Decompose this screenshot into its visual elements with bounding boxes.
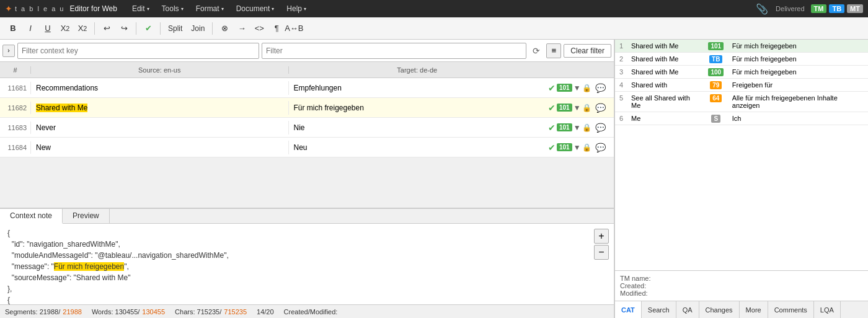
nav-tab-changes[interactable]: Changes (699, 301, 740, 318)
comment-icon[interactable]: 💬 (595, 83, 606, 93)
translation-table: # Source: en-us Target: de-de 11681 Reco… (0, 62, 614, 208)
down-arrow-icon[interactable]: ▼ (574, 104, 581, 112)
pilcrow-button[interactable]: ¶ (268, 20, 285, 37)
segments-status: Segments: 21988/21988 (5, 308, 82, 316)
tm-row-source: Shared with Me (627, 40, 704, 53)
nav-tab-lqa[interactable]: LQA (814, 301, 841, 318)
comment-icon[interactable]: 💬 (595, 143, 606, 152)
segments-label: Segments: 21988/ (5, 308, 60, 316)
tm-row-score: 100 (704, 66, 728, 79)
nav-tab-cat[interactable]: CAT (615, 301, 642, 318)
badge-tb: TB (829, 4, 844, 13)
zoom-out-button[interactable]: − (594, 245, 609, 260)
undo-button[interactable]: ↩ (99, 20, 115, 37)
tm-row-target: Freigeben für (728, 79, 868, 92)
tm-row-score: 64 (704, 92, 728, 112)
right-panel: 1 Shared with Me 101 Für mich freigegebe… (614, 40, 868, 318)
tm-table: 1 Shared with Me 101 Für mich freigegebe… (615, 40, 868, 155)
tm-row[interactable]: 2 Shared with Me TB Für mich freigegeben (615, 53, 868, 66)
zoom-in-button[interactable]: + (594, 229, 609, 244)
menu-bar: ✦ t a b l e a u Editor for Web Edit ▾ To… (0, 0, 868, 17)
logo-text: t a b l e a u (15, 5, 64, 12)
tm-row-source: See all Shared with Me (627, 92, 704, 112)
table-row[interactable]: 11681 Recommendations Empfehlungen ✔ 101… (0, 78, 614, 98)
table-row[interactable]: 11683 Never Nie ✔ 101 ▼ 🔒 💬 (0, 118, 614, 138)
menu-format[interactable]: Format ▾ (191, 3, 229, 14)
menu-document[interactable]: Document ▾ (231, 3, 280, 14)
tm-row-source: Shared with Me (627, 66, 704, 79)
comment-icon[interactable]: 💬 (595, 103, 606, 113)
menu-edit[interactable]: Edit ▾ (127, 3, 154, 14)
tm-modified: Modified: (620, 289, 863, 297)
tm-row-num: 1 (615, 40, 627, 53)
score-badge: 101 (557, 143, 572, 151)
nav-tab-search[interactable]: Search (642, 301, 676, 318)
chars-label: Chars: 715235/ (175, 308, 221, 316)
tm-row-target: Für mich freigegeben (728, 40, 868, 53)
position-value: 14/20 (257, 308, 274, 316)
filter-toggle-button[interactable]: › (2, 45, 15, 57)
tm-row[interactable]: 4 Shared with 79 Freigeben für (615, 79, 868, 92)
menu-help[interactable]: Help ▾ (281, 3, 311, 14)
tm-row[interactable]: 1 Shared with Me 101 Für mich freigegebe… (615, 40, 868, 53)
filter-refresh-button[interactable]: ⟳ (529, 43, 544, 58)
col-source-header: Source: en-us (31, 66, 289, 74)
split-button[interactable]: Split (164, 20, 186, 37)
bottom-section: Context note Preview { "id": "navigation… (0, 208, 614, 304)
menu-tools[interactable]: Tools ▾ (157, 3, 188, 14)
bold-button[interactable]: B (5, 20, 21, 37)
tab-preview[interactable]: Preview (63, 209, 110, 223)
stop-button[interactable]: ⊗ (216, 20, 232, 37)
italic-button[interactable]: I (22, 20, 38, 37)
underline-button[interactable]: U (40, 20, 56, 37)
confirm-button[interactable]: ✔ (140, 20, 156, 37)
app-title: Editor for Web (69, 4, 117, 13)
clear-filter-button[interactable]: Clear filter (564, 44, 611, 58)
ab-button[interactable]: A↔B (286, 20, 302, 37)
tm-row-source: Shared with (627, 79, 704, 92)
attachment-icon[interactable]: 📎 (756, 3, 768, 15)
filter-menu-button[interactable]: ≡ (546, 43, 561, 58)
created-modified-status: Created/Modified: (284, 308, 338, 316)
filter-context-key-input[interactable] (17, 43, 259, 59)
tab-context-note[interactable]: Context note (0, 209, 63, 224)
lock-icon[interactable]: 🔒 (582, 84, 591, 92)
row-id: 11683 (0, 121, 31, 134)
nav-tab-more[interactable]: More (740, 301, 768, 318)
nav-tab-comments[interactable]: Comments (768, 301, 814, 318)
down-arrow-icon[interactable]: ▼ (574, 84, 581, 92)
position-status: 14/20 (257, 308, 274, 316)
toolbar-separator (160, 22, 161, 35)
check-icon: ✔ (548, 103, 556, 113)
badge-tm: TM (811, 4, 827, 13)
lock-icon[interactable]: 🔒 (582, 123, 591, 132)
redo-button[interactable]: ↪ (116, 20, 132, 37)
tm-row[interactable]: 6 Me S Ich (615, 112, 868, 125)
table-row[interactable]: 11684 New Neu ✔ 101 ▼ 🔒 💬 (0, 138, 614, 157)
lock-icon[interactable]: 🔒 (582, 104, 591, 112)
subscript-button[interactable]: X2 (57, 20, 73, 37)
comment-icon[interactable]: 💬 (595, 123, 606, 133)
table-row[interactable]: 11682 Shared with Me Für mich freigegebe… (0, 98, 614, 118)
tm-row[interactable]: 3 Shared with Me 100 Für mich freigegebe… (615, 66, 868, 79)
cell-source: Recommendations (31, 81, 289, 95)
arrow-right-button[interactable]: → (234, 20, 250, 37)
down-arrow-icon[interactable]: ▼ (574, 123, 581, 132)
superscript-button[interactable]: X2 (74, 20, 91, 37)
tm-row-score: 101 (704, 40, 728, 53)
filter-input[interactable] (262, 43, 526, 59)
arrows-lr-button[interactable]: <> (251, 20, 267, 37)
tm-row-score: 79 (704, 79, 728, 92)
cell-actions: ✔ 101 ▼ 🔒 💬 (546, 103, 614, 113)
tm-row-num: 2 (615, 53, 627, 66)
row-id: 11682 (0, 102, 31, 114)
join-button[interactable]: Join (187, 20, 208, 37)
check-icon: ✔ (548, 123, 556, 133)
tm-row[interactable]: 5 See all Shared with Me 64 Alle für mic… (615, 92, 868, 112)
segments-value: 21988 (63, 308, 82, 316)
lock-icon[interactable]: 🔒 (582, 143, 591, 152)
down-arrow-icon[interactable]: ▼ (574, 143, 581, 152)
cell-target: Empfehlungen (289, 81, 546, 95)
words-status: Words: 130455/130455 (92, 308, 165, 316)
nav-tab-qa[interactable]: QA (676, 301, 699, 318)
